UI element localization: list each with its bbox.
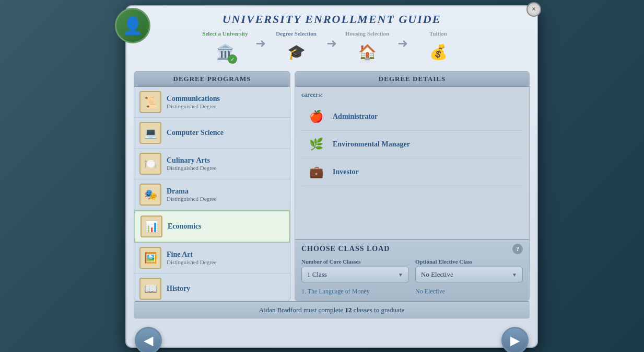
step-degree-selection[interactable]: Degree Selection 🎓	[270, 30, 322, 65]
history-name: History	[167, 285, 285, 293]
back-button[interactable]: ◀	[135, 327, 162, 352]
step-label-housing: Housing Selection	[345, 30, 389, 37]
step-icon-housing: 🏠	[354, 39, 380, 65]
history-icon: 📖	[139, 278, 161, 300]
career-administrator: 🍎 Administrator	[301, 103, 523, 131]
careers-section: careers: 🍎 Administrator 🌿 Environmental…	[295, 87, 529, 239]
main-content: Degree Programs 📜 Communications Disting…	[134, 71, 530, 301]
degree-programs-panel: Degree Programs 📜 Communications Disting…	[134, 71, 290, 301]
career-investor: 💼 Investor	[301, 158, 523, 186]
step-icon-tuition: 💰	[425, 39, 451, 65]
careers-label: careers:	[301, 91, 523, 99]
degree-programs-header: Degree Programs	[134, 72, 290, 87]
culinary-icon: 🍽️	[139, 153, 161, 175]
degree-item-history[interactable]: 📖 History	[134, 274, 290, 301]
career-environmental: 🌿 Environmental Manager	[301, 131, 523, 158]
degree-item-communications[interactable]: 📜 Communications Distinguished Degree	[134, 87, 290, 118]
fineart-sub: Distinguished Degree	[167, 259, 285, 265]
close-button[interactable]: ×	[526, 2, 541, 17]
core-classes-group: Number of Core Classes 1 Class ▼	[301, 258, 409, 282]
degree-list: 📜 Communications Distinguished Degree 💻 …	[134, 87, 290, 301]
degree-item-drama[interactable]: 🎭 Drama Distinguished Degree	[134, 179, 290, 210]
core-class-entry-1: 1. The Language of Money	[301, 287, 409, 297]
degree-item-cs[interactable]: 💻 Computer Science	[134, 118, 290, 149]
culinary-info: Culinary Arts Distinguished Degree	[167, 156, 285, 171]
degree-item-economics[interactable]: 📊 Economics	[134, 210, 290, 243]
degree-item-culinary[interactable]: 🍽️ Culinary Arts Distinguished Degree	[134, 149, 290, 179]
step-label-degree: Degree Selection	[276, 30, 317, 37]
cs-name: Computer Science	[167, 129, 285, 137]
degree-details-panel: Degree Details careers: 🍎 Administrator …	[295, 71, 530, 301]
step-housing[interactable]: Housing Selection 🏠	[341, 30, 393, 65]
elective-dropdown[interactable]: No Elective ▼	[415, 267, 523, 282]
communications-icon: 📜	[139, 91, 161, 113]
investor-name: Investor	[333, 168, 359, 176]
class-load-header: Choose Class Load ?	[301, 244, 523, 254]
wizard-steps: Select a University 🏛️ ✓ ➜ Degree Select…	[126, 26, 537, 71]
completion-bar: Aidan Bradford must complete 12 classes …	[134, 301, 530, 319]
core-classes-label: Number of Core Classes	[301, 258, 409, 265]
fineart-info: Fine Art Distinguished Degree	[167, 251, 285, 265]
modal-title: University Enrollment Guide	[126, 6, 537, 26]
environmental-icon: 🌿	[306, 134, 326, 155]
step-icon-university: 🏛️ ✓	[212, 39, 238, 65]
elective-dropdown-arrow: ▼	[512, 272, 517, 278]
step-label-tuition: Tuition	[429, 30, 447, 37]
economics-info: Economics	[168, 222, 284, 231]
step-label-university: Select a University	[202, 30, 248, 37]
class-load-section: Choose Class Load ? Number of Core Class…	[295, 239, 529, 301]
step-check-university: ✓	[228, 54, 237, 64]
next-button[interactable]: ▶	[501, 327, 529, 352]
completion-text-pre: Aidan Bradford must complete	[259, 306, 345, 314]
completion-number: 12	[345, 306, 352, 314]
fineart-icon: 🖼️	[139, 247, 161, 269]
history-info: History	[167, 285, 285, 293]
avatar: 👤	[115, 8, 150, 43]
elective-label: Optional Elective Class	[415, 258, 523, 265]
step-select-university[interactable]: Select a University 🏛️ ✓	[199, 30, 251, 65]
degree-details-header: Degree Details	[295, 72, 529, 87]
drama-icon: 🎭	[139, 184, 161, 206]
elective-value: No Elective	[421, 270, 453, 279]
help-button[interactable]: ?	[512, 244, 523, 254]
no-elective-text: No Elective	[415, 287, 523, 297]
drama-name: Drama	[167, 187, 285, 196]
communications-info: Communications Distinguished Degree	[167, 95, 285, 109]
cs-icon: 💻	[139, 122, 161, 144]
economics-name: Economics	[168, 222, 284, 231]
environmental-name: Environmental Manager	[333, 140, 410, 149]
investor-icon: 💼	[306, 162, 326, 183]
step-tuition[interactable]: Tuition 💰	[412, 30, 464, 65]
bottom-nav: ◀ ▶	[126, 321, 537, 352]
arrow-3: ➜	[397, 36, 408, 51]
class-load-title: Choose Class Load	[301, 245, 390, 253]
elective-group: Optional Elective Class No Elective ▼	[415, 258, 523, 282]
cs-info: Computer Science	[167, 129, 285, 137]
step-icon-degree: 🎓	[283, 39, 309, 65]
degree-item-fineart[interactable]: 🖼️ Fine Art Distinguished Degree	[134, 243, 290, 274]
drama-sub: Distinguished Degree	[167, 196, 285, 202]
culinary-sub: Distinguished Degree	[167, 165, 285, 171]
core-classes-value: 1 Class	[307, 270, 327, 279]
economics-icon: 📊	[140, 215, 162, 237]
enrollment-modal: × University Enrollment Guide Select a U…	[125, 5, 538, 348]
fineart-name: Fine Art	[167, 251, 285, 259]
core-classes-dropdown[interactable]: 1 Class ▼	[301, 267, 409, 282]
communications-sub: Distinguished Degree	[167, 103, 285, 109]
completion-text-post: classes to graduate	[352, 306, 404, 314]
communications-name: Communications	[167, 95, 285, 103]
drama-info: Drama Distinguished Degree	[167, 187, 285, 202]
class-selectors: Number of Core Classes 1 Class ▼ Optiona…	[301, 258, 523, 282]
administrator-icon: 🍎	[306, 106, 326, 127]
culinary-name: Culinary Arts	[167, 156, 285, 165]
core-dropdown-arrow: ▼	[398, 272, 403, 278]
administrator-name: Administrator	[333, 112, 378, 121]
arrow-1: ➜	[255, 36, 266, 51]
arrow-2: ➜	[326, 36, 337, 51]
